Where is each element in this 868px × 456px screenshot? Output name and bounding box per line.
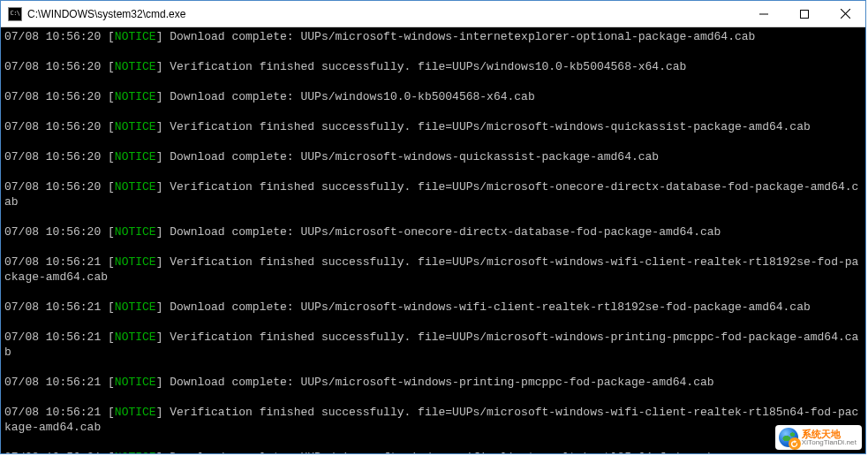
log-timestamp: 07/08 10:56:20	[4, 90, 101, 103]
cmd-window: C:\WINDOWS\system32\cmd.exe 07/08 10:56:…	[0, 0, 866, 454]
log-line: 07/08 10:56:21 [NOTICE] Verification fin…	[4, 405, 862, 435]
log-level: NOTICE	[115, 225, 156, 239]
log-message: Download complete: UUPs/microsoft-window…	[170, 451, 748, 453]
minimize-icon	[759, 10, 768, 19]
log-level: NOTICE	[115, 376, 156, 389]
log-message: Verification finished successfully. file…	[170, 60, 686, 73]
window-title: C:\WINDOWS\system32\cmd.exe	[27, 8, 185, 20]
window-controls	[743, 1, 865, 27]
log-message: Download complete: UUPs/microsoft-window…	[170, 30, 755, 43]
log-level: NOTICE	[115, 60, 156, 73]
watermark-badge: 系统天地 XiTongTianDi.net	[775, 425, 862, 450]
log-timestamp: 07/08 10:56:21	[4, 406, 101, 419]
log-line: 07/08 10:56:21 [NOTICE] Verification fin…	[4, 330, 862, 360]
close-button[interactable]	[825, 1, 865, 27]
log-timestamp: 07/08 10:56:21	[4, 255, 101, 269]
log-level: NOTICE	[115, 331, 156, 344]
log-message: Download complete: UUPs/microsoft-onecor…	[170, 225, 721, 239]
log-level: NOTICE	[115, 406, 156, 419]
log-line: 07/08 10:56:20 [NOTICE] Verification fin…	[4, 119, 862, 134]
log-line: 07/08 10:56:20 [NOTICE] Download complet…	[4, 29, 862, 44]
log-line: 07/08 10:56:21 [NOTICE] Download complet…	[4, 450, 862, 453]
maximize-icon	[800, 10, 809, 19]
log-message: Download complete: UUPs/windows10.0-kb50…	[170, 90, 534, 103]
log-level: NOTICE	[115, 90, 156, 103]
log-message: Download complete: UUPs/microsoft-window…	[170, 150, 659, 163]
console-output[interactable]: 07/08 10:56:20 [NOTICE] Download complet…	[1, 27, 865, 453]
log-timestamp: 07/08 10:56:20	[4, 225, 101, 239]
titlebar[interactable]: C:\WINDOWS\system32\cmd.exe	[1, 1, 865, 27]
log-timestamp: 07/08 10:56:20	[4, 30, 101, 43]
watermark-url: XiTongTianDi.net	[802, 439, 857, 446]
log-level: NOTICE	[115, 180, 156, 194]
watermark-name: 系统天地	[802, 429, 857, 439]
log-level: NOTICE	[115, 120, 156, 133]
log-timestamp: 07/08 10:56:21	[4, 300, 101, 314]
log-line: 07/08 10:56:21 [NOTICE] Download complet…	[4, 300, 862, 315]
log-line: 07/08 10:56:20 [NOTICE] Download complet…	[4, 224, 862, 239]
log-line: 07/08 10:56:21 [NOTICE] Download complet…	[4, 375, 862, 390]
cmd-icon	[8, 7, 22, 21]
log-message: Download complete: UUPs/microsoft-window…	[170, 376, 713, 389]
log-message: Verification finished successfully. file…	[170, 120, 811, 133]
log-line: 07/08 10:56:20 [NOTICE] Verification fin…	[4, 179, 862, 209]
log-level: NOTICE	[115, 255, 156, 269]
log-timestamp: 07/08 10:56:20	[4, 120, 101, 133]
log-timestamp: 07/08 10:56:21	[4, 331, 101, 344]
close-icon	[841, 9, 850, 19]
log-line: 07/08 10:56:20 [NOTICE] Verification fin…	[4, 59, 862, 74]
svg-rect-1	[801, 10, 809, 18]
log-level: NOTICE	[115, 150, 156, 163]
log-timestamp: 07/08 10:56:20	[4, 60, 101, 73]
log-timestamp: 07/08 10:56:20	[4, 180, 101, 194]
maximize-button[interactable]	[784, 1, 825, 27]
log-timestamp: 07/08 10:56:21	[4, 376, 101, 389]
log-line: 07/08 10:56:21 [NOTICE] Verification fin…	[4, 255, 862, 285]
log-timestamp: 07/08 10:56:21	[4, 451, 101, 453]
log-level: NOTICE	[115, 300, 156, 314]
log-level: NOTICE	[115, 30, 156, 43]
log-timestamp: 07/08 10:56:20	[4, 150, 101, 163]
refresh-arrow-icon	[789, 437, 801, 450]
log-line: 07/08 10:56:20 [NOTICE] Download complet…	[4, 149, 862, 164]
log-level: NOTICE	[115, 451, 156, 453]
log-message: Download complete: UUPs/microsoft-window…	[170, 300, 811, 314]
log-line: 07/08 10:56:20 [NOTICE] Download complet…	[4, 89, 862, 104]
minimize-button[interactable]	[743, 1, 784, 27]
